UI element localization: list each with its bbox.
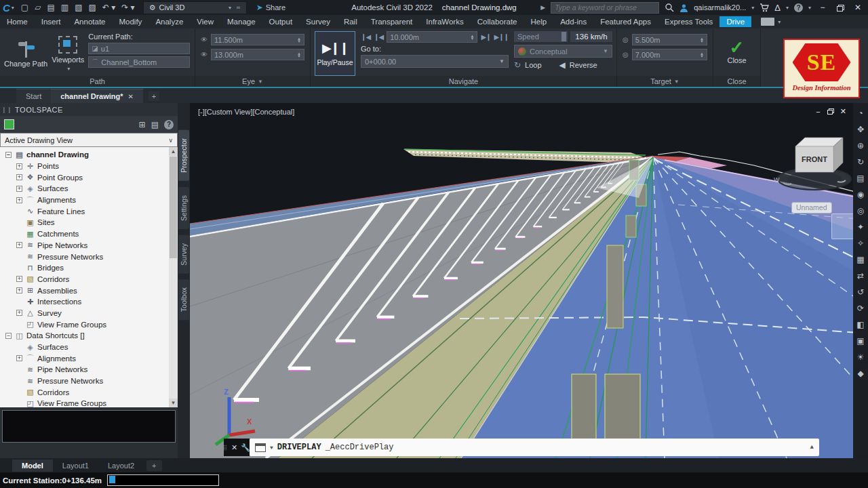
command-input-bar[interactable]: ▼ DRIVEPLAY _AeccDrivePlay ▲ [250, 439, 819, 456]
toolspace-help-icon[interactable]: ? [164, 120, 174, 129]
tree-item-corridors[interactable]: +▧Corridors [0, 274, 169, 285]
ribbon-tab-insert[interactable]: Insert [35, 16, 68, 27]
ribbon-tab-survey[interactable]: Survey [299, 16, 337, 27]
reverse-icon[interactable]: ◀ [559, 60, 566, 70]
tree-item-feature-lines[interactable]: ∿Feature Lines [0, 205, 169, 217]
ribbon-tab-drive[interactable]: Drive [719, 16, 751, 27]
target-height-field[interactable]: 5.500m▲▼ [632, 34, 707, 45]
scrollbar-thumb[interactable] [170, 157, 177, 258]
constrained-orbit-icon[interactable]: ⟳ [854, 301, 867, 316]
loop-toggle[interactable]: Loop [525, 61, 541, 69]
tree-item-surfaces[interactable]: +◈Surfaces [0, 183, 169, 195]
layout-tab-layout2[interactable]: Layout2 [98, 460, 144, 472]
side-tab-prospector[interactable]: Prospector [178, 130, 189, 181]
drag-grip-icon[interactable]: ⣿ [223, 445, 228, 451]
visual-style-combo[interactable]: Conceptual ▼ [514, 45, 612, 58]
eye-offset-field[interactable]: 13.000m▲▼ [211, 49, 304, 60]
orbit-icon[interactable]: ↻ [854, 155, 867, 169]
tree-item-corridors[interactable]: ▧Corridors [0, 386, 169, 398]
ribbon-tab-annotate[interactable]: Annotate [67, 16, 112, 27]
view-manager-icon[interactable]: ▦ [854, 252, 867, 267]
geographic-location-icon[interactable]: ◉ [854, 187, 867, 202]
viewport-minimize-button[interactable]: − [816, 108, 820, 116]
sheet-set-manager-icon[interactable]: ▤ [854, 171, 867, 186]
side-tab-survey[interactable]: Survey [178, 235, 189, 274]
viewports-button[interactable]: Viewports ▾ [52, 31, 84, 76]
viewport-close-button[interactable]: ✕ [840, 107, 846, 116]
panel-display-toolbar-icon[interactable]: ▤ [151, 120, 159, 129]
app-store-cart-icon[interactable] [760, 3, 769, 12]
toolspace-title-bar[interactable]: ❙❙ TOOLSPACE [0, 103, 178, 116]
ribbon-tab-rail[interactable]: Rail [337, 16, 364, 27]
close-icon[interactable]: ✕ [128, 93, 134, 100]
chevron-down-icon[interactable]: ▾ [808, 5, 811, 11]
viewcube[interactable]: W FRONT [770, 122, 865, 198]
ribbon-tab-transparent[interactable]: Transparent [364, 16, 420, 27]
ribbon-tab-view[interactable]: View [190, 16, 220, 27]
drive-3d-scene[interactable] [190, 103, 868, 458]
ribbon-tab-infraworks[interactable]: InfraWorks [419, 16, 470, 27]
signed-in-username[interactable]: qaisarmalik20... [694, 3, 746, 12]
layout-tab-layout1[interactable]: Layout1 [53, 460, 98, 472]
tree-item-view-frame-groups[interactable]: ◰View Frame Groups [0, 319, 169, 330]
data-shortcuts-toolbar-icon[interactable]: ⊞ [139, 120, 146, 129]
drawing-viewport[interactable]: [-][Custom View][Conceptual] − ✕ W FRONT… [190, 103, 868, 458]
chevron-down-icon[interactable]: ▾ [751, 5, 754, 11]
go-to-start-icon[interactable]: ❙◀ [361, 33, 370, 41]
ribbon-tab-home[interactable]: Home [0, 16, 35, 27]
close-icon[interactable]: ✕ [231, 443, 237, 452]
expand-icon[interactable]: + [16, 287, 22, 293]
zoom-extents-icon[interactable]: ⊕ [854, 138, 867, 153]
ribbon-tab-output[interactable]: Output [262, 16, 300, 27]
chevron-down-icon[interactable]: ▾ [786, 5, 789, 11]
save-as-icon[interactable]: ▥ [61, 3, 68, 12]
station-progress-slider[interactable] [107, 474, 219, 486]
path-surface-field[interactable]: ◪ u1 [88, 43, 190, 54]
ribbon-tab-collaborate[interactable]: Collaborate [471, 16, 524, 27]
tree-item-view-frame-groups[interactable]: ◰View Frame Groups [0, 398, 169, 407]
ribbon-tab-featured-apps[interactable]: Featured Apps [593, 16, 658, 27]
path-alignment-field[interactable]: ⌒ Channel_Bottom [88, 56, 190, 68]
side-tab-toolbox[interactable]: Toolbox [178, 279, 189, 320]
expand-history-icon[interactable]: ▲ [810, 444, 814, 451]
target-panel-label[interactable]: Target▼ [617, 76, 713, 87]
ribbon-display-toggle[interactable]: ▾ [761, 18, 781, 26]
online-map-icon[interactable]: ◎ [854, 203, 867, 218]
tree-item-pressure-networks[interactable]: ≋Pressure Networks [0, 251, 169, 262]
step-increment-field[interactable]: 10.000m▲▼ [387, 31, 477, 43]
tree-item-survey[interactable]: +△Survey [0, 308, 169, 319]
rotate-gizmo-icon[interactable]: ↺ [854, 285, 867, 300]
show-motion-icon[interactable]: ✦ [854, 220, 867, 235]
transmit-icon[interactable]: ▧ [75, 3, 82, 12]
viewport-controls-label[interactable]: [-][Custom View][Conceptual] [198, 108, 294, 116]
reverse-toggle[interactable]: Reverse [570, 61, 597, 69]
ribbon-tab-add-ins[interactable]: Add-ins [553, 16, 593, 27]
ribbon-tab-express-tools[interactable]: Express Tools [658, 16, 719, 27]
step-forward-icon[interactable]: ▶❙ [481, 33, 490, 41]
collapse-icon[interactable]: − [5, 333, 12, 339]
share-button[interactable]: ➤ Share [256, 3, 285, 12]
loop-icon[interactable]: ↻ [514, 60, 521, 70]
pan-icon[interactable]: ✥ [854, 122, 867, 137]
tree-item-points[interactable]: +✛Points [0, 161, 169, 172]
tree-item-bridges[interactable]: ⊓Bridges [0, 262, 169, 274]
expand-icon[interactable]: + [16, 163, 22, 169]
print-icon[interactable]: ▨ [88, 3, 96, 12]
tree-item-alignments[interactable]: +⌒Alignments [0, 195, 169, 206]
expand-icon[interactable]: + [16, 310, 22, 316]
speed-slider[interactable]: Speed [514, 31, 568, 42]
ribbon-tab-analyze[interactable]: Analyze [149, 16, 190, 27]
tree-item-data-shortcuts[interactable]: −◫Data Shortcuts [] [0, 330, 169, 342]
side-tab-settings[interactable]: Settings [178, 187, 189, 229]
workspace-switcher[interactable]: ⚙ Civil 3D ▾ ≂ [143, 1, 247, 14]
command-line-grip[interactable]: ⣿ ✕ 🔧 [224, 439, 250, 456]
window-minimize-button[interactable]: − [816, 3, 829, 12]
new-drawing-tab-button[interactable]: + [149, 92, 159, 101]
tree-scrollbar[interactable]: ▲ ▼ [169, 147, 178, 407]
save-icon[interactable]: ▤ [47, 3, 54, 12]
eye-panel-label[interactable]: Eye▼ [195, 76, 310, 87]
tree-item-pipe-networks[interactable]: ≋Pipe Networks [0, 364, 169, 375]
tree-item-point-groups[interactable]: +❖Point Groups [0, 171, 169, 183]
palette-grip-icon[interactable]: ❙❙ [1, 106, 12, 113]
target-offset-field[interactable]: 7.000m▲▼ [632, 49, 707, 60]
